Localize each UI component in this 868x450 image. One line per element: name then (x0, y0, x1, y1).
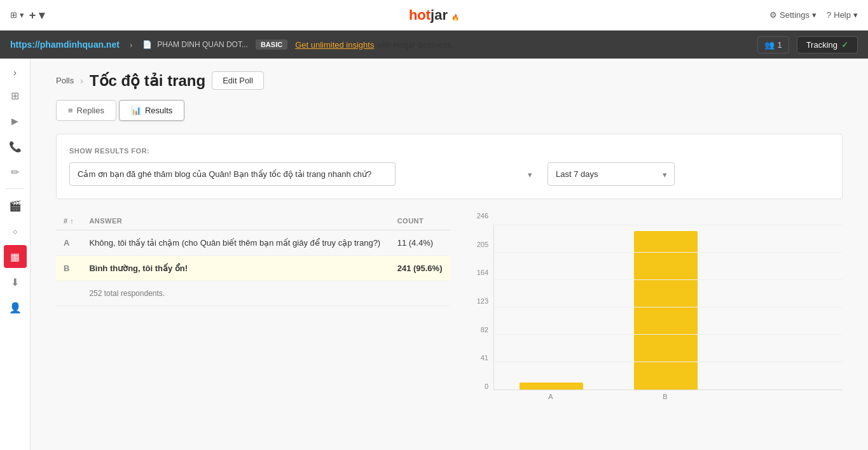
help-icon: ? (827, 10, 831, 20)
users-icon: 👥 (764, 40, 775, 50)
show-results-label: SHOW RESULTS FOR: (69, 147, 829, 155)
users-sidebar-icon: 👤 (9, 302, 22, 314)
replies-list-icon: ≡ (68, 106, 73, 115)
bar-group-a (520, 383, 583, 390)
table-row: A Không, tôi thấy tải chậm (cho Quân biế… (56, 230, 450, 256)
nav-left: ⊞ ▾ + ▾ (10, 8, 45, 22)
bars-wrapper (493, 225, 843, 390)
sidebar-item-feedback[interactable]: 📞 (4, 135, 27, 158)
sidebar-item-incoming[interactable]: ⬇ (4, 271, 27, 293)
total-row: 252 total respondents. (56, 281, 450, 306)
y-label-205: 205 (471, 241, 488, 248)
feedback-icon: 📞 (9, 141, 22, 153)
bar-chart: 246 205 164 123 82 41 0 (471, 212, 843, 390)
sidebar-divider (6, 188, 24, 189)
row-b-letter: B (56, 256, 81, 281)
table-area: # ↑ ANSWER COUNT A Không, tôi thấy tải c… (56, 212, 450, 306)
col-header-count: COUNT (390, 212, 450, 230)
logo-area: hotjar 🔥 (409, 7, 459, 24)
bar-b (634, 231, 698, 390)
y-label-164: 164 (471, 269, 488, 276)
x-label-b: B (633, 393, 697, 400)
x-label-a: A (519, 393, 582, 400)
sidebar-item-recordings[interactable]: ▶ (4, 109, 27, 132)
row-b-count: 241 (95.6%) (390, 256, 450, 281)
tracking-check-icon: ✓ (841, 40, 848, 50)
sidebar-item-videos[interactable]: 🎬 (4, 194, 27, 217)
incoming-icon: ⬇ (11, 276, 19, 288)
unlimited-link[interactable]: Get unlimited insights (295, 40, 374, 50)
settings-gear-icon: ⚙ (769, 10, 777, 20)
grid-icon-button[interactable]: ⊞ ▾ (10, 10, 24, 20)
col-header-number[interactable]: # ↑ (56, 212, 81, 230)
recordings-icon: ▶ (11, 116, 18, 126)
y-label-82: 82 (471, 326, 488, 334)
separator-arrow: › (130, 40, 132, 50)
nav-right: ⚙ Settings ▾ ? Help ▾ (769, 10, 858, 20)
date-filter-select[interactable]: Last 7 days Last 30 days Last 90 days Al… (548, 162, 675, 186)
y-label-246: 246 (471, 212, 488, 220)
edit-poll-button[interactable]: Edit Poll (212, 71, 264, 90)
results-chart-icon: 📊 (131, 106, 141, 115)
sidebar-item-funnels[interactable]: ⬦ (4, 220, 27, 243)
top-navigation: ⊞ ▾ + ▾ hotjar 🔥 ⚙ Settings ▾ ? Help ▾ (0, 0, 868, 31)
surveys-icon: ✏ (11, 166, 19, 178)
answer-table: # ↑ ANSWER COUNT A Không, tôi thấy tải c… (56, 212, 450, 306)
site-url-link[interactable]: https://phamdinhquan.net (10, 39, 120, 50)
videos-icon: 🎬 (9, 200, 22, 212)
page-title: Tốc độ tải trang (90, 72, 205, 90)
total-respondents: 252 total respondents. (81, 281, 389, 306)
col-header-answer: ANSWER (81, 212, 389, 230)
site-name-block: 📄 PHAM DINH QUAN DOT... (142, 40, 248, 49)
site-bar-right: 👥 1 Tracking ✓ (757, 36, 858, 53)
sidebar: › ⊞ ▶ 📞 ✏ 🎬 ⬦ ▦ ⬇ 👤 (0, 59, 31, 450)
breadcrumb-polls-link[interactable]: Polls (56, 76, 74, 85)
question-select[interactable]: Cảm ơn bạn đã ghé thăm blog của Quân! Bạ… (69, 162, 396, 186)
polls-icon: ▦ (10, 251, 20, 263)
y-label-0: 0 (471, 383, 488, 390)
date-select-wrapper: Last 7 days Last 30 days Last 90 days Al… (548, 162, 675, 186)
sidebar-item-heatmap[interactable]: ⊞ (4, 84, 27, 107)
hotjar-logo: hotjar 🔥 (409, 7, 459, 24)
tracking-button[interactable]: Tracking ✓ (797, 36, 858, 53)
table-row-highlighted: B Bình thường, tôi thấy ổn! 241 (95.6%) (56, 256, 450, 281)
bar-group-b (634, 231, 698, 390)
y-axis: 246 205 164 123 82 41 0 (471, 212, 493, 390)
breadcrumb: Polls › Tốc độ tải trang Edit Poll (56, 71, 843, 90)
row-b-answer: Bình thường, tôi thấy ổn! (81, 256, 389, 281)
sidebar-item-users[interactable]: 👤 (4, 296, 27, 319)
sidebar-item-polls[interactable]: ▦ (4, 245, 27, 268)
funnels-icon: ⬦ (12, 225, 18, 237)
main-content: Polls › Tốc độ tải trang Edit Poll ≡ Rep… (31, 59, 868, 450)
users-button[interactable]: 👥 1 (757, 36, 789, 53)
sidebar-item-surveys[interactable]: ✏ (4, 160, 27, 183)
settings-button[interactable]: ⚙ Settings ▾ (769, 10, 816, 20)
breadcrumb-arrow-icon: › (80, 76, 83, 86)
tab-results[interactable]: 📊 Results (119, 100, 184, 121)
site-page-icon: 📄 (142, 40, 152, 49)
main-layout: › ⊞ ▶ 📞 ✏ 🎬 ⬦ ▦ ⬇ 👤 (0, 59, 868, 450)
heatmap-icon: ⊞ (11, 90, 19, 102)
y-label-123: 123 (471, 297, 488, 305)
question-select-wrapper: Cảm ơn bạn đã ghé thăm blog của Quân! Bạ… (69, 162, 540, 186)
row-a-letter: A (56, 230, 81, 256)
promo-text: Get unlimited insights with Hotjar Busin… (295, 40, 453, 50)
sidebar-toggle[interactable]: › (5, 64, 25, 81)
row-a-answer: Không, tôi thấy tải chậm (cho Quân biết … (81, 230, 389, 256)
chart-area: 246 205 164 123 82 41 0 (471, 212, 843, 400)
data-section: # ↑ ANSWER COUNT A Không, tôi thấy tải c… (56, 212, 843, 400)
x-labels: A B (493, 390, 843, 400)
y-label-41: 41 (471, 354, 488, 362)
basic-badge: BASIC (256, 39, 287, 50)
row-a-count: 11 (4.4%) (390, 230, 450, 256)
help-button[interactable]: ? Help ▾ (827, 10, 858, 20)
results-panel: SHOW RESULTS FOR: Cảm ơn bạn đã ghé thăm… (56, 134, 843, 199)
site-bar: https://phamdinhquan.net › 📄 PHAM DINH Q… (0, 31, 868, 59)
tabs: ≡ Replies 📊 Results (56, 100, 843, 121)
add-button[interactable]: + ▾ (29, 8, 45, 22)
filter-row: Cảm ơn bạn đã ghé thăm blog của Quân! Bạ… (69, 162, 829, 186)
tab-replies[interactable]: ≡ Replies (56, 100, 116, 121)
bar-a (520, 383, 583, 390)
